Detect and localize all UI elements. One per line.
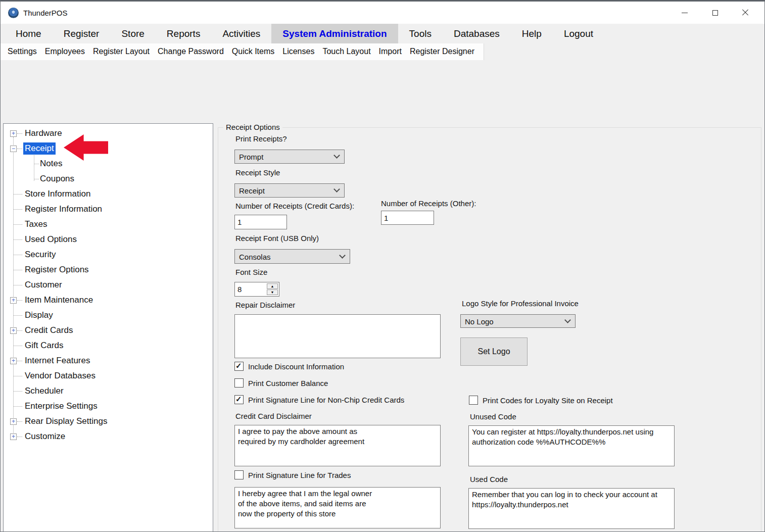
submenu-item-register-layout[interactable]: Register Layout xyxy=(89,43,154,60)
tree-item-receipt[interactable]: −Receipt xyxy=(4,141,213,156)
font-size-input[interactable] xyxy=(235,282,266,296)
print-loyalty-codes-row: ✓ Print Codes for Loyalty Site on Receip… xyxy=(469,396,613,405)
include-discount-checkbox[interactable]: ✓ xyxy=(234,362,244,371)
menu-item-databases[interactable]: Databases xyxy=(443,24,511,43)
submenu-item-settings[interactable]: Settings xyxy=(4,43,41,60)
tree-item-label: Hardware xyxy=(23,127,64,139)
menu-item-system-administration[interactable]: System Administration xyxy=(271,24,398,43)
submenu-item-quick-items[interactable]: Quick Items xyxy=(228,43,278,60)
tree-connector xyxy=(17,361,22,361)
print-receipts-select[interactable]: Prompt xyxy=(234,150,345,164)
receipt-style-label: Receipt Style xyxy=(235,168,280,177)
submenu-item-register-designer[interactable]: Register Designer xyxy=(406,43,479,60)
collapse-icon[interactable]: − xyxy=(10,146,17,152)
print-signature-nonchip-checkbox[interactable]: ✓ xyxy=(234,395,244,404)
tree-connector xyxy=(34,179,39,179)
repair-disclaimer-textarea[interactable] xyxy=(234,314,441,358)
tree-connector xyxy=(17,300,22,301)
tree-item-credit-cards[interactable]: +Credit Cards xyxy=(4,323,213,338)
used-code-textarea[interactable]: Remember that you can log in to check yo… xyxy=(468,488,675,529)
tree-item-register-information[interactable]: Register Information xyxy=(4,202,213,217)
expand-icon[interactable]: + xyxy=(10,297,17,304)
close-button[interactable] xyxy=(730,2,760,24)
print-signature-trades-checkbox[interactable]: ✓ xyxy=(234,470,244,479)
tree-item-rear-display-settings[interactable]: +Rear Display Settings xyxy=(4,414,213,429)
credit-card-disclaimer-textarea[interactable]: I agree to pay the above amount as requi… xyxy=(234,425,441,466)
tree-item-taxes[interactable]: Taxes xyxy=(4,217,213,232)
menu-item-register[interactable]: Register xyxy=(53,24,111,43)
menu-item-tools[interactable]: Tools xyxy=(398,24,443,43)
num-receipts-cc-input[interactable] xyxy=(234,215,287,229)
content-area: +Hardware−ReceiptNotesCouponsStore Infor… xyxy=(1,60,764,531)
print-loyalty-codes-checkbox[interactable]: ✓ xyxy=(469,396,478,405)
menu-item-logout[interactable]: Logout xyxy=(553,24,604,43)
unused-code-textarea[interactable]: You can register at https://loyalty.thun… xyxy=(468,425,675,466)
submenu-item-import[interactable]: Import xyxy=(375,43,406,60)
tree-item-hardware[interactable]: +Hardware xyxy=(4,126,213,141)
tree-item-scheduler[interactable]: Scheduler xyxy=(4,383,213,399)
tree-item-internet-features[interactable]: +Internet Features xyxy=(4,353,213,368)
menu-item-store[interactable]: Store xyxy=(110,24,155,43)
tree-item-label: Item Maintenance xyxy=(23,294,94,306)
expand-icon[interactable]: + xyxy=(10,130,17,137)
menu-item-reports[interactable]: Reports xyxy=(156,24,212,43)
num-receipts-other-input[interactable] xyxy=(381,211,434,225)
minimize-button[interactable] xyxy=(670,2,700,24)
receipt-font-selected-value: Consolas xyxy=(239,252,271,261)
num-receipts-cc-label: Number of Receipts (Credit Cards): xyxy=(235,202,354,210)
tree-item-customer[interactable]: Customer xyxy=(4,277,213,293)
tree-connector xyxy=(14,406,22,407)
tree-item-item-maintenance[interactable]: +Item Maintenance xyxy=(4,293,213,308)
tree-item-label: Rear Display Settings xyxy=(23,415,109,427)
receipt-style-select[interactable]: Receipt xyxy=(234,183,345,198)
tree-item-label: Register Options xyxy=(23,264,90,276)
tree-item-enterprise-settings[interactable]: Enterprise Settings xyxy=(4,399,213,414)
expand-icon[interactable]: + xyxy=(10,327,17,334)
menu-item-home[interactable]: Home xyxy=(5,24,53,43)
tree-item-display[interactable]: Display xyxy=(4,308,213,323)
print-signature-trades-label: Print Signature Line for Trades xyxy=(248,471,351,479)
expand-icon[interactable]: + xyxy=(10,418,17,425)
tree-item-vendor-databases[interactable]: Vendor Databases xyxy=(4,368,213,383)
checkmark-icon: ✓ xyxy=(235,361,242,370)
unused-code-label: Unused Code xyxy=(470,412,516,421)
chevron-down-icon xyxy=(333,186,340,192)
font-size-stepper: ▲ ▼ xyxy=(234,282,279,297)
tree-connector xyxy=(17,133,22,134)
tree-item-label: Taxes xyxy=(23,218,49,230)
submenu-item-touch-layout[interactable]: Touch Layout xyxy=(318,43,374,60)
checkmark-icon: ✓ xyxy=(235,395,242,404)
logo-style-select[interactable]: No Logo xyxy=(460,314,576,328)
print-customer-balance-checkbox[interactable]: ✓ xyxy=(234,378,244,388)
submenu-item-employees[interactable]: Employees xyxy=(41,43,89,60)
tree-connector xyxy=(14,391,22,392)
maximize-button[interactable] xyxy=(700,2,730,24)
tree-item-coupons[interactable]: Coupons xyxy=(4,171,213,186)
submenu-item-licenses[interactable]: Licenses xyxy=(278,43,318,60)
tree-item-customize[interactable]: +Customize xyxy=(4,429,213,444)
app-window: ThunderPOS HomeRegisterStoreReportsActiv… xyxy=(0,0,765,532)
menu-item-help[interactable]: Help xyxy=(511,24,553,43)
trade-disclaimer-textarea[interactable]: I hereby agree that I am the legal owner… xyxy=(234,487,441,528)
expand-icon[interactable]: + xyxy=(10,358,17,364)
group-title: Receipt Options xyxy=(223,123,282,131)
set-logo-button[interactable]: Set Logo xyxy=(460,337,528,366)
tree-item-register-options[interactable]: Register Options xyxy=(4,262,213,277)
tree-item-notes[interactable]: Notes xyxy=(4,156,213,171)
spin-up-button[interactable]: ▲ xyxy=(267,283,278,289)
expand-icon[interactable]: + xyxy=(10,433,17,440)
menu-item-activities[interactable]: Activities xyxy=(211,24,271,43)
submenu-strip: SettingsEmployeesRegister LayoutChange P… xyxy=(1,43,484,60)
print-customer-balance-label: Print Customer Balance xyxy=(248,379,328,388)
tree-item-label: Register Information xyxy=(23,203,104,215)
submenu-item-change-password[interactable]: Change Password xyxy=(154,43,228,60)
window-title: ThunderPOS xyxy=(23,9,68,17)
tree-item-used-options[interactable]: Used Options xyxy=(4,232,213,247)
receipt-font-select[interactable]: Consolas xyxy=(234,249,350,264)
spin-down-button[interactable]: ▼ xyxy=(267,289,278,295)
tree-item-security[interactable]: Security xyxy=(4,247,213,262)
tree-item-label: Coupons xyxy=(38,173,76,185)
tree-item-gift-cards[interactable]: Gift Cards xyxy=(4,338,213,353)
tree-item-store-information[interactable]: Store Information xyxy=(4,186,213,202)
tree-item-label: Credit Cards xyxy=(23,324,74,336)
